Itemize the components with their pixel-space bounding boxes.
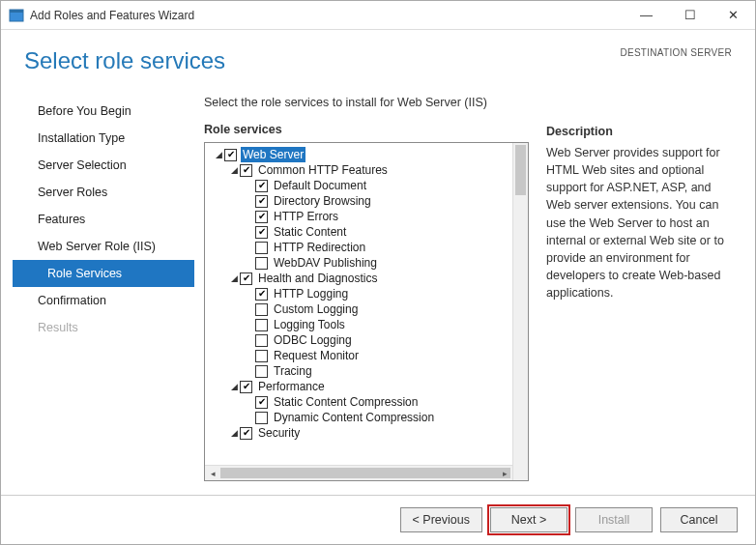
content: Select role services DESTINATION SERVER … [1, 30, 755, 544]
role-services-tree: ◢Web Server◢Common HTTP Features◢Default… [204, 142, 529, 481]
tree-node[interactable]: ◢Dynamic Content Compression [205, 410, 512, 425]
tree-node-label[interactable]: Performance [256, 379, 327, 394]
horizontal-scrollbar[interactable]: ◂ ▸ [205, 465, 512, 480]
description-column: Description Web Server provides support … [546, 96, 732, 481]
checkbox[interactable] [255, 319, 268, 331]
checkbox[interactable] [255, 226, 268, 239]
checkbox[interactable] [255, 288, 268, 301]
nav-item-web-server-role-iis-[interactable]: Web Server Role (IIS) [13, 233, 194, 260]
cancel-button[interactable]: Cancel [660, 507, 738, 532]
checkbox[interactable] [255, 180, 268, 192]
tree-node-label[interactable]: HTTP Logging [272, 286, 350, 301]
vertical-scrollbar[interactable]: ▴ [512, 143, 528, 480]
tree-node[interactable]: ◢Request Monitor [205, 348, 512, 363]
checkbox[interactable] [240, 164, 252, 177]
checkbox[interactable] [240, 272, 252, 285]
vscroll-thumb[interactable] [515, 145, 526, 195]
nav-item-features[interactable]: Features [13, 206, 194, 233]
checkbox[interactable] [255, 334, 268, 347]
tree-node-label[interactable]: Security [256, 425, 302, 441]
tree-node[interactable]: ◢Common HTTP Features [205, 162, 512, 178]
tree-node-label[interactable]: Tracing [272, 363, 314, 379]
tree-node[interactable]: ◢Web Server [205, 147, 512, 162]
expand-caret-icon[interactable]: ◢ [228, 425, 240, 441]
tree-node[interactable]: ◢Default Document [205, 178, 512, 193]
tree-node-label[interactable]: Default Document [272, 178, 368, 193]
checkbox[interactable] [224, 149, 237, 161]
minimize-button[interactable]: — [625, 2, 668, 29]
window-buttons: — ☐ ✕ [625, 2, 755, 29]
checkbox[interactable] [255, 195, 268, 208]
close-button[interactable]: ✕ [712, 2, 755, 29]
expand-caret-icon[interactable]: ◢ [228, 162, 240, 178]
app-icon [9, 8, 24, 23]
role-services-column: Select the role services to install for … [204, 96, 529, 481]
nav-item-server-roles[interactable]: Server Roles [13, 179, 194, 206]
tree-node-label[interactable]: HTTP Errors [272, 209, 340, 224]
tree-node[interactable]: ◢Custom Logging [205, 301, 512, 317]
tree-node-label[interactable]: Web Server [241, 147, 305, 162]
tree-node[interactable]: ◢WebDAV Publishing [205, 255, 512, 271]
scroll-right-arrow-icon[interactable]: ▸ [497, 466, 512, 480]
tree-node[interactable]: ◢ODBC Logging [205, 332, 512, 348]
nav-item-role-services[interactable]: Role Services [13, 260, 194, 287]
hscroll-thumb[interactable] [220, 468, 510, 478]
tree-node[interactable]: ◢Security [205, 425, 512, 441]
footer-buttons: < Previous Next > Install Cancel [1, 495, 755, 544]
main-area: Select the role services to install for … [204, 96, 732, 481]
tree-node-label[interactable]: Request Monitor [272, 348, 361, 363]
tree-node[interactable]: ◢Logging Tools [205, 317, 512, 332]
tree-node[interactable]: ◢HTTP Errors [205, 209, 512, 224]
wizard-nav: Before You BeginInstallation TypeServer … [13, 96, 194, 481]
tree-node-label[interactable]: HTTP Redirection [272, 240, 367, 255]
expand-caret-icon[interactable]: ◢ [228, 271, 240, 286]
tree-node-label[interactable]: ODBC Logging [272, 332, 354, 348]
checkbox[interactable] [240, 381, 252, 393]
tree-node[interactable]: ◢Tracing [205, 363, 512, 379]
previous-button[interactable]: < Previous [400, 507, 482, 532]
nav-item-confirmation[interactable]: Confirmation [13, 287, 194, 314]
checkbox[interactable] [255, 303, 268, 316]
checkbox[interactable] [255, 257, 268, 270]
nav-item-results: Results [13, 314, 194, 341]
scroll-left-arrow-icon[interactable]: ◂ [205, 466, 220, 480]
tree-scroll-area[interactable]: ◢Web Server◢Common HTTP Features◢Default… [205, 143, 512, 465]
tree-node-label[interactable]: Directory Browsing [272, 193, 373, 209]
checkbox[interactable] [255, 242, 268, 254]
nav-item-installation-type[interactable]: Installation Type [13, 125, 194, 152]
tree-node-label[interactable]: Common HTTP Features [256, 162, 390, 178]
expand-caret-icon[interactable]: ◢ [228, 379, 240, 394]
tree-node[interactable]: ◢Static Content Compression [205, 394, 512, 410]
install-button[interactable]: Install [575, 507, 653, 532]
tree-node[interactable]: ◢Health and Diagnostics [205, 271, 512, 286]
tree-node-label[interactable]: Logging Tools [272, 317, 347, 332]
tree-node-label[interactable]: Custom Logging [272, 301, 360, 317]
expand-caret-icon[interactable]: ◢ [213, 147, 224, 162]
checkbox[interactable] [255, 211, 268, 223]
tree-node-label[interactable]: Static Content Compression [272, 394, 420, 410]
tree-node-label[interactable]: Static Content [272, 224, 348, 240]
next-button[interactable]: Next > [490, 507, 567, 532]
description-text: Web Server provides support for HTML Web… [546, 144, 732, 301]
tree-node[interactable]: ◢Static Content [205, 224, 512, 240]
tree-node-label[interactable]: Health and Diagnostics [256, 271, 379, 286]
nav-item-before-you-begin[interactable]: Before You Begin [13, 98, 194, 125]
tree-node[interactable]: ◢HTTP Redirection [205, 240, 512, 255]
svg-rect-1 [10, 10, 23, 13]
checkbox[interactable] [255, 396, 268, 409]
checkbox[interactable] [255, 412, 268, 424]
destination-server-label: DESTINATION SERVER [620, 47, 732, 58]
checkbox[interactable] [255, 365, 268, 378]
body-row: Before You BeginInstallation TypeServer … [1, 74, 755, 481]
tree-node[interactable]: ◢HTTP Logging [205, 286, 512, 301]
page-title: Select role services [24, 47, 225, 74]
nav-item-server-selection[interactable]: Server Selection [13, 152, 194, 179]
tree-node[interactable]: ◢Performance [205, 379, 512, 394]
maximize-button[interactable]: ☐ [668, 2, 712, 29]
checkbox[interactable] [255, 350, 268, 362]
checkbox[interactable] [240, 427, 252, 440]
tree-node-label[interactable]: WebDAV Publishing [272, 255, 379, 271]
tree-node-label[interactable]: Dynamic Content Compression [272, 410, 436, 425]
tree-node[interactable]: ◢Directory Browsing [205, 193, 512, 209]
header-row: Select role services DESTINATION SERVER [1, 30, 755, 74]
